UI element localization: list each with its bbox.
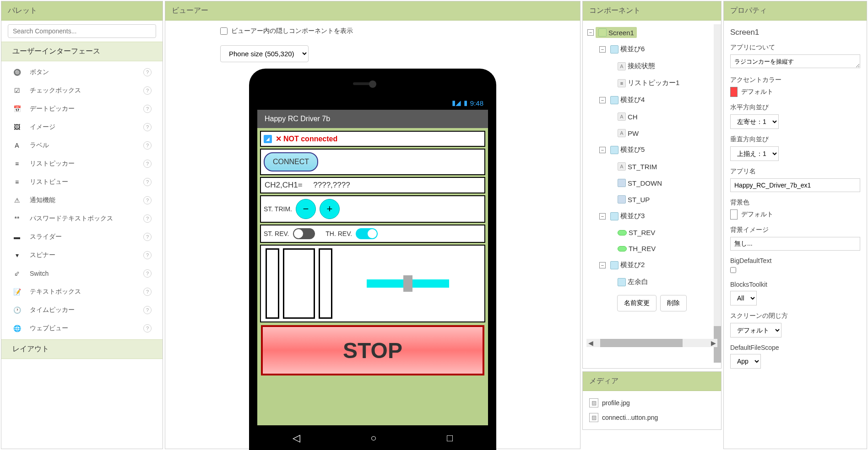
phone-size-select[interactable]: Phone size (505,320) xyxy=(220,45,309,62)
tree-st-down[interactable]: ST_DOWN xyxy=(586,175,717,191)
component-icon: ≡ xyxy=(12,177,22,187)
component-icon: 🔘 xyxy=(12,68,22,77)
prop-bigtext-checkbox[interactable] xyxy=(730,267,736,273)
help-icon[interactable]: ? xyxy=(143,141,152,150)
palette-item[interactable]: ≡リストビュー? xyxy=(1,173,163,191)
tree-h5[interactable]: − 横並び5 xyxy=(586,141,717,158)
palette-item[interactable]: 🖼イメージ? xyxy=(1,118,163,136)
component-icon: ≡ xyxy=(12,159,22,168)
prop-valign-select[interactable]: 上揃え：1 xyxy=(730,146,779,161)
tree-screen1[interactable]: − Screen1 xyxy=(586,24,717,41)
help-icon[interactable]: ? xyxy=(143,288,152,296)
prop-bgcolor-value[interactable]: デフォルト xyxy=(730,209,860,220)
help-icon[interactable]: ? xyxy=(143,123,152,131)
help-icon[interactable]: ? xyxy=(143,105,152,113)
trim-minus-button[interactable]: − xyxy=(296,199,316,219)
tree-hscroll[interactable]: ◀ ▶ xyxy=(586,339,717,347)
palette-panel: パレット ユーザーインターフェース 🔘ボタン?☑チェックボックス?📅デートピッカ… xyxy=(1,1,163,449)
palette-item[interactable]: 🌐ウェブビュー? xyxy=(1,319,163,338)
component-icon: 🌐 xyxy=(12,324,22,333)
tree-pw[interactable]: APW xyxy=(586,125,717,141)
show-hidden-checkbox[interactable] xyxy=(220,27,228,35)
palette-category-ui[interactable]: ユーザーインターフェース xyxy=(1,42,163,61)
help-icon[interactable]: ? xyxy=(143,178,152,186)
android-nav-bar: ◁ ○ □ xyxy=(257,425,488,450)
palette-item[interactable]: ⚠通知機能? xyxy=(1,191,163,209)
help-icon[interactable]: ? xyxy=(143,214,152,223)
help-icon[interactable]: ? xyxy=(143,306,152,314)
prop-blocks-select[interactable]: All xyxy=(730,291,757,305)
palette-item[interactable]: ▬スライダー? xyxy=(1,228,163,246)
delete-button[interactable]: 削除 xyxy=(660,295,687,311)
media-item[interactable]: ▨connecti...utton.png xyxy=(587,410,716,425)
tree-st-trim[interactable]: AST_TRIM xyxy=(586,158,717,175)
prop-valign-label: 垂直方向並び xyxy=(730,135,860,144)
st-trim-label: ST. TRIM. xyxy=(264,205,292,213)
prop-close-select[interactable]: デフォルト xyxy=(730,323,781,338)
home-icon[interactable]: ○ xyxy=(370,432,376,444)
expand-icon[interactable]: − xyxy=(599,147,606,153)
palette-item[interactable]: 🔘ボタン? xyxy=(1,63,163,81)
expand-icon[interactable]: − xyxy=(599,213,606,220)
prop-bgimage-input[interactable] xyxy=(730,237,860,251)
help-icon[interactable]: ? xyxy=(143,196,152,204)
throttle-slider[interactable] xyxy=(367,279,449,288)
palette-item[interactable]: 🕐タイムピッカー? xyxy=(1,301,163,319)
th-rev-switch[interactable] xyxy=(356,228,378,239)
wifi-icon: ▮◢ xyxy=(452,99,461,107)
tree-listpicker1[interactable]: ≡リストピッカー1 xyxy=(586,75,717,91)
prop-halign-label: 水平方向並び xyxy=(730,103,860,112)
palette-title: パレット xyxy=(1,1,163,21)
expand-icon[interactable]: − xyxy=(587,29,594,36)
tree-h4[interactable]: − 横並び4 xyxy=(586,91,717,108)
tree-th-rev[interactable]: TH_REV xyxy=(586,241,717,257)
media-item[interactable]: ▨profile.jpg xyxy=(587,396,716,410)
search-input[interactable] xyxy=(8,24,156,38)
help-icon[interactable]: ? xyxy=(143,251,152,259)
prop-appname-input[interactable] xyxy=(730,178,860,192)
connect-button[interactable]: CONNECT xyxy=(264,152,318,171)
recent-icon[interactable]: □ xyxy=(447,432,453,444)
trim-plus-button[interactable]: + xyxy=(320,199,340,219)
tree-ch[interactable]: ACH xyxy=(586,108,717,125)
palette-item[interactable]: ≡リストピッカー? xyxy=(1,155,163,173)
component-label: ラベル xyxy=(30,141,143,150)
prop-halign-select[interactable]: 左寄せ：1 xyxy=(730,114,779,129)
palette-item[interactable]: **パスワードテキストボックス? xyxy=(1,209,163,228)
prop-accent-value[interactable]: デフォルト xyxy=(730,87,860,97)
prop-scope-select[interactable]: App xyxy=(730,354,761,369)
tree-h3[interactable]: − 横並び3 xyxy=(586,208,717,225)
conn-status-text: NOT connected xyxy=(283,135,337,143)
reverse-row: ST. REV. TH. REV. xyxy=(260,225,485,243)
help-icon[interactable]: ? xyxy=(143,269,152,278)
palette-item[interactable]: ▾スピナー? xyxy=(1,246,163,264)
palette-category-layout[interactable]: レイアウト xyxy=(1,339,163,359)
tree-h2[interactable]: − 横並び2 xyxy=(586,257,717,273)
component-icon: ▬ xyxy=(12,232,22,241)
tree-st-rev[interactable]: ST_REV xyxy=(586,225,717,241)
palette-item[interactable]: 📅デートピッカー? xyxy=(1,100,163,118)
back-icon[interactable]: ◁ xyxy=(293,432,300,444)
palette-item[interactable]: 📝テキストボックス? xyxy=(1,283,163,301)
help-icon[interactable]: ? xyxy=(143,68,152,76)
tree-left-margin[interactable]: 左余白 xyxy=(586,273,717,290)
tree-conn-state[interactable]: A接続状態 xyxy=(586,58,717,75)
rename-button[interactable]: 名前変更 xyxy=(617,295,656,311)
expand-icon[interactable]: − xyxy=(599,97,606,103)
prop-about-input[interactable]: ラジコンカーを操縦す xyxy=(730,54,860,68)
help-icon[interactable]: ? xyxy=(143,233,152,241)
tree-h6[interactable]: − 横並び6 xyxy=(586,41,717,58)
help-icon[interactable]: ? xyxy=(143,324,152,332)
tree-st-up[interactable]: ST_UP xyxy=(586,191,717,208)
st-rev-switch[interactable] xyxy=(293,228,315,239)
palette-item[interactable]: ⬃Switch? xyxy=(1,264,163,283)
stop-button[interactable]: STOP xyxy=(261,325,484,375)
palette-item[interactable]: Aラベル? xyxy=(1,136,163,155)
help-icon[interactable]: ? xyxy=(143,86,152,95)
palette-item[interactable]: ☑チェックボックス? xyxy=(1,81,163,100)
component-icon: 🕐 xyxy=(12,305,22,315)
tree-vscroll[interactable] xyxy=(714,24,721,363)
help-icon[interactable]: ? xyxy=(143,160,152,168)
expand-icon[interactable]: − xyxy=(599,46,606,53)
expand-icon[interactable]: − xyxy=(599,262,606,268)
